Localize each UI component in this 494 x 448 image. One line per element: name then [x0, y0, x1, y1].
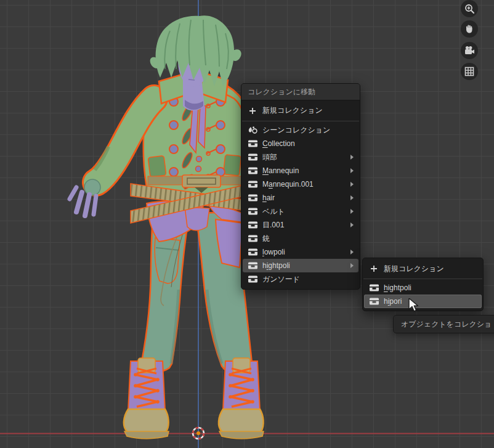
collection-icon — [248, 139, 257, 148]
submenu-arrow-icon — [350, 209, 354, 214]
zoom-button[interactable] — [461, 0, 478, 17]
tooltip: オブジェクトをコレクショ — [393, 315, 494, 333]
menu-item-gunsword[interactable]: ガンソード — [243, 272, 358, 286]
grid-view-button[interactable] — [461, 63, 478, 80]
submenu-item-hipori[interactable]: hipori — [364, 295, 482, 308]
submenu-item-hightpoli[interactable]: hightpoli — [364, 281, 482, 295]
submenu-arrow-icon — [350, 195, 354, 200]
submenu-item-new-collection[interactable]: 新規コレクション — [364, 261, 482, 277]
collection-icon — [248, 153, 257, 161]
menu-item-label: hightpoli — [262, 261, 347, 270]
collection-icon — [369, 297, 379, 306]
submenu-arrow-icon — [350, 155, 354, 160]
pan-button[interactable] — [461, 20, 478, 38]
menu-item-head[interactable]: 頭部 — [243, 150, 358, 164]
collection-icon — [369, 283, 379, 292]
menu-item-label: lowpoli — [262, 248, 347, 256]
menu-item-label: hightpoli — [384, 283, 477, 292]
menu-item-eye-001[interactable]: 目.001 — [243, 218, 358, 232]
menu-item-hightpoli[interactable]: hightpoli — [243, 259, 358, 272]
mouse-cursor-icon — [408, 298, 421, 313]
camera-view-button[interactable] — [461, 42, 478, 59]
menu-item-label: Mannequin — [262, 166, 347, 175]
collection-icon — [248, 248, 257, 256]
blender-3d-viewport[interactable]: コレクションに移動 新規コレクション シーンコレクション Collection — [0, 0, 494, 448]
menu-item-label: 銃 — [262, 234, 354, 244]
menu-item-label: ベルト — [262, 206, 347, 217]
right-boot — [219, 358, 264, 439]
collection-icon — [248, 275, 257, 283]
menu-item-mannequin[interactable]: Mannequin — [243, 164, 358, 177]
magnifier-plus-icon — [464, 4, 475, 14]
menu-item-label: 新規コレクション — [262, 105, 354, 116]
plus-icon — [248, 107, 257, 115]
move-to-collection-menu: コレクションに移動 新規コレクション シーンコレクション Collection — [241, 83, 360, 290]
menu-item-gun[interactable]: 銃 — [243, 232, 358, 245]
collection-icon — [248, 193, 257, 202]
collection-icon — [248, 166, 257, 175]
left-hand — [70, 179, 100, 216]
menu-item-label: 目.001 — [262, 220, 347, 230]
submenu-arrow-icon — [350, 182, 354, 187]
collection-icon — [248, 207, 257, 216]
plus-icon — [369, 264, 379, 273]
scene-collection-icon — [248, 126, 257, 134]
cargo-pocket — [155, 238, 180, 283]
menu-item-scene-collection[interactable]: シーンコレクション — [243, 123, 358, 137]
menu-item-label: hair — [262, 193, 347, 202]
left-boot — [124, 358, 169, 439]
menu-item-lowpoli[interactable]: lowpoli — [243, 245, 358, 259]
menu-item-label: Mannequin.001 — [262, 180, 347, 189]
menu-item-label: ガンソード — [262, 274, 354, 285]
menu-item-label: 頭部 — [262, 152, 347, 163]
menu-item-collection[interactable]: Collection — [243, 137, 358, 150]
menu-item-label: 新規コレクション — [384, 264, 477, 274]
menu-separator — [363, 279, 482, 279]
tooltip-text: オブジェクトをコレクショ — [401, 320, 492, 328]
menu-title: コレクションに移動 — [241, 84, 360, 100]
collection-icon — [248, 261, 257, 270]
submenu-arrow-icon — [350, 263, 354, 268]
menu-item-mannequin-001[interactable]: Mannequin.001 — [243, 177, 358, 191]
submenu-arrow-icon — [350, 222, 354, 227]
menu-item-label: Collection — [262, 139, 354, 148]
menu-item-hair[interactable]: hair — [243, 191, 358, 205]
collection-icon — [248, 234, 257, 243]
submenu-arrow-icon — [350, 168, 354, 173]
submenu-arrow-icon — [350, 250, 354, 255]
camera-icon — [464, 46, 475, 55]
grid-icon — [464, 67, 474, 76]
menu-item-label: シーンコレクション — [262, 125, 354, 136]
menu-item-new-collection[interactable]: 新規コレクション — [243, 100, 358, 121]
menu-item-belt[interactable]: ベルト — [243, 205, 358, 218]
hightpoli-submenu: 新規コレクション hightpoli hipori — [362, 258, 484, 311]
collection-icon — [248, 180, 257, 189]
menu-item-label: hipori — [384, 297, 477, 306]
hand-icon — [464, 24, 474, 34]
collection-icon — [248, 221, 257, 229]
